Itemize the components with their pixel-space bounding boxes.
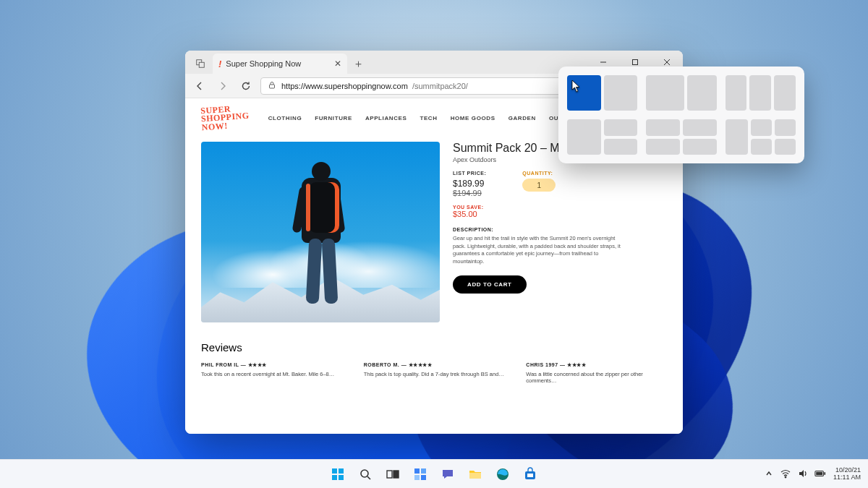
description-label: DESCRIPTION: <box>453 227 667 232</box>
task-view-icon[interactable] <box>381 463 404 486</box>
you-save-label: YOU SAVE: <box>453 205 667 210</box>
browser-tab-active[interactable]: ! Super Shopping Now ✕ <box>213 53 347 74</box>
quantity-stepper[interactable]: 1 <box>522 179 556 192</box>
snap-zone[interactable] <box>775 119 796 136</box>
widgets-icon[interactable] <box>409 463 432 486</box>
snap-zone[interactable] <box>646 75 684 111</box>
snap-layout-left-stack[interactable] <box>567 119 637 155</box>
taskbar: 10/20/21 11:11 AM <box>0 459 868 488</box>
snap-zone[interactable] <box>751 139 772 155</box>
product-image <box>201 142 440 322</box>
tab-title: Super Shopping Now <box>226 59 301 68</box>
snap-layout-2col[interactable] <box>567 75 637 111</box>
review-item: CHRIS 1997 — ★★★★ Was a little concerned… <box>526 362 667 384</box>
svg-rect-8 <box>339 468 344 474</box>
nav-item-tech[interactable]: TECH <box>420 115 437 121</box>
product-details: Summit Pack 20 – Men's Apex Outdoors LIS… <box>453 142 667 322</box>
snap-zone[interactable] <box>726 119 749 155</box>
taskbar-clock[interactable]: 10/20/21 11:11 AM <box>833 467 861 481</box>
snap-zone[interactable] <box>751 119 772 136</box>
nav-refresh-button[interactable] <box>237 77 255 95</box>
svg-rect-10 <box>339 475 344 480</box>
snap-zone[interactable] <box>604 75 638 111</box>
tab-close-icon[interactable]: ✕ <box>334 59 341 69</box>
snap-zone[interactable] <box>646 139 680 155</box>
svg-rect-15 <box>414 468 420 474</box>
product-price: $189.99 <box>453 179 486 189</box>
list-price-label: LIST PRICE: <box>453 171 486 176</box>
snap-zone[interactable] <box>646 119 680 136</box>
nav-back-button[interactable] <box>191 77 208 95</box>
svg-rect-9 <box>332 475 337 480</box>
snap-layout-left-quad[interactable] <box>726 119 796 155</box>
site-logo[interactable]: SUPER SHOPPING NOW! <box>200 104 250 132</box>
nav-item-furniture[interactable]: FURNITURE <box>315 115 352 121</box>
snap-zone-selected[interactable] <box>567 75 601 111</box>
store-icon[interactable] <box>519 463 542 486</box>
url-host: https://www.supershoppingnow.com <box>281 82 408 90</box>
svg-rect-19 <box>469 473 481 479</box>
start-button[interactable] <box>326 463 349 486</box>
svg-rect-1 <box>199 62 204 67</box>
nav-item-garden[interactable]: GARDEN <box>509 115 536 121</box>
snap-zone[interactable] <box>683 139 717 155</box>
wifi-icon[interactable] <box>780 468 791 481</box>
url-path: /summitpack20/ <box>412 82 468 90</box>
site-nav: CLOTHING FURNITURE APPLIANCES TECH HOME … <box>268 115 582 121</box>
svg-rect-16 <box>421 468 426 474</box>
svg-rect-25 <box>816 471 822 474</box>
site-info-icon[interactable] <box>267 80 277 92</box>
tray-overflow-icon[interactable] <box>764 468 774 480</box>
svg-line-12 <box>367 476 370 479</box>
svg-point-23 <box>785 476 786 478</box>
snap-zone[interactable] <box>683 119 717 136</box>
reviews-list: PHIL FROM IL — ★★★★ Took this on a recen… <box>201 362 667 384</box>
file-explorer-icon[interactable] <box>464 463 487 486</box>
system-tray: 10/20/21 11:11 AM <box>764 467 861 481</box>
chat-icon[interactable] <box>436 463 459 486</box>
review-item: ROBERTO M. — ★★★★★ This pack is top qual… <box>364 362 505 384</box>
svg-rect-7 <box>332 468 337 474</box>
snap-zone[interactable] <box>749 75 771 111</box>
reviews-heading: Reviews <box>201 341 667 354</box>
svg-rect-3 <box>633 60 638 65</box>
svg-rect-26 <box>824 472 825 475</box>
taskbar-pinned <box>326 463 542 486</box>
snap-layout-3col[interactable] <box>726 75 796 111</box>
snap-layouts-flyout <box>558 67 804 163</box>
volume-icon[interactable] <box>797 468 809 481</box>
product-description: Gear up and hit the trail in style with … <box>453 235 626 265</box>
snap-zone[interactable] <box>687 75 717 111</box>
tab-actions-icon[interactable] <box>192 56 208 72</box>
svg-rect-17 <box>414 475 420 480</box>
snap-layout-quad[interactable] <box>646 119 716 155</box>
add-to-cart-button[interactable]: ADD TO CART <box>453 275 527 294</box>
svg-point-11 <box>361 470 368 477</box>
snap-layout-2col-wide[interactable] <box>646 75 716 111</box>
svg-rect-6 <box>270 85 275 88</box>
snap-zone[interactable] <box>726 75 747 111</box>
snap-zone[interactable] <box>604 119 638 136</box>
svg-rect-22 <box>527 474 533 477</box>
svg-rect-18 <box>421 475 426 480</box>
svg-rect-14 <box>393 471 399 478</box>
snap-zone[interactable] <box>567 119 601 155</box>
product-old-price: $194.99 <box>453 189 486 197</box>
review-item: PHIL FROM IL — ★★★★ Took this on a recen… <box>201 362 342 384</box>
taskbar-search-icon[interactable] <box>354 463 377 486</box>
nav-item-clothing[interactable]: CLOTHING <box>268 115 302 121</box>
edge-icon[interactable] <box>491 463 514 486</box>
nav-forward-button[interactable] <box>214 77 231 95</box>
favicon-icon: ! <box>218 59 221 69</box>
snap-zone[interactable] <box>774 75 796 111</box>
nav-item-home-goods[interactable]: HOME GOODS <box>451 115 495 121</box>
you-save-value: $35.00 <box>453 210 667 218</box>
snap-zone[interactable] <box>775 139 796 155</box>
snap-zone[interactable] <box>604 139 638 155</box>
battery-icon[interactable] <box>814 468 826 481</box>
nav-item-appliances[interactable]: APPLIANCES <box>365 115 407 121</box>
quantity-label: QUANTITY: <box>522 171 556 176</box>
svg-rect-13 <box>387 471 392 478</box>
new-tab-button[interactable]: ＋ <box>349 54 367 73</box>
cursor-icon <box>571 80 582 95</box>
